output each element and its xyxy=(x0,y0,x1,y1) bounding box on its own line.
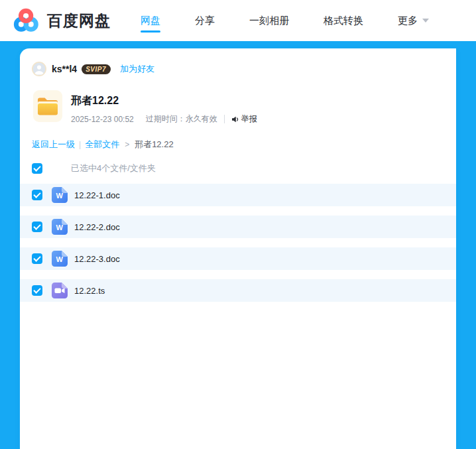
nav-item-more[interactable]: 更多 xyxy=(398,0,429,41)
file-row[interactable]: W 12.22-1.doc xyxy=(20,184,456,206)
file-row[interactable]: 12.22.ts xyxy=(20,279,456,302)
file-name: 12.22-2.doc xyxy=(74,222,120,232)
add-friend-link[interactable]: 加为好友 xyxy=(120,63,154,75)
file-list: W 12.22-1.doc W 12.22-2.doc xyxy=(20,184,456,311)
breadcrumb-back-link[interactable]: 返回上一级 xyxy=(32,139,75,151)
file-checkbox[interactable] xyxy=(32,253,42,264)
avatar xyxy=(32,62,46,76)
share-time: 2025-12-23 00:52 xyxy=(71,115,134,124)
breadcrumb-divider: | xyxy=(79,140,81,149)
file-checkbox[interactable] xyxy=(32,285,42,296)
file-checkbox[interactable] xyxy=(32,222,42,232)
report-label: 举报 xyxy=(241,113,257,125)
nav-item-format-convert[interactable]: 格式转换 xyxy=(324,0,363,41)
selection-summary: 已选中4个文件/文件夹 xyxy=(71,162,156,174)
expire-time: 过期时间：永久有效 xyxy=(146,113,217,125)
nav-item-netdisk[interactable]: 网盘 xyxy=(141,0,160,41)
page-background: ks**l4 SVIP7 加为好友 xyxy=(0,41,476,449)
folder-icon xyxy=(33,90,62,125)
main-nav: 网盘 分享 一刻相册 格式转换 更多 xyxy=(141,0,429,41)
baidu-netdisk-logo[interactable]: 百度网盘 xyxy=(13,8,111,33)
file-name: 12.22.ts xyxy=(74,286,105,296)
nav-item-label: 更多 xyxy=(398,15,418,27)
nav-item-label: 一刻相册 xyxy=(249,15,289,27)
doc-file-icon: W xyxy=(52,187,68,203)
share-card: ks**l4 SVIP7 加为好友 xyxy=(20,48,456,449)
chevron-down-icon xyxy=(422,19,429,23)
file-row[interactable]: W 12.22-2.doc xyxy=(20,216,456,238)
active-tab-underline xyxy=(141,31,160,32)
meta-divider xyxy=(224,115,225,123)
file-name: 12.22-1.doc xyxy=(74,190,120,200)
sharer-name: ks**l4 xyxy=(52,64,77,74)
nav-item-label: 格式转换 xyxy=(324,15,363,27)
doc-file-icon: W xyxy=(52,251,68,267)
file-checkbox[interactable] xyxy=(32,190,42,200)
select-all-checkbox[interactable] xyxy=(32,163,42,174)
breadcrumb: 返回上一级 | 全部文件 > 邢者12.22 xyxy=(32,139,174,151)
nav-item-moment-album[interactable]: 一刻相册 xyxy=(249,0,289,41)
netdisk-logo-icon xyxy=(13,8,41,33)
doc-file-icon: W xyxy=(52,219,68,235)
nav-item-share[interactable]: 分享 xyxy=(195,0,215,41)
video-file-icon xyxy=(52,283,68,298)
report-link[interactable]: 举报 xyxy=(231,113,257,125)
svip-badge: SVIP7 xyxy=(82,64,111,74)
svg-text:W: W xyxy=(56,192,63,200)
logo-text: 百度网盘 xyxy=(47,11,111,31)
file-row[interactable]: W 12.22-3.doc xyxy=(20,247,456,270)
top-navbar: 百度网盘 网盘 分享 一刻相册 格式转换 更多 xyxy=(0,0,476,41)
share-title: 邢者12.22 xyxy=(71,94,257,108)
breadcrumb-root-link[interactable]: 全部文件 xyxy=(85,139,119,151)
nav-item-label: 分享 xyxy=(195,15,215,27)
report-icon xyxy=(231,115,239,123)
nav-item-label: 网盘 xyxy=(141,15,160,27)
file-name: 12.22-3.doc xyxy=(74,254,120,264)
svg-text:W: W xyxy=(56,224,63,231)
sharer-row: ks**l4 SVIP7 加为好友 xyxy=(32,62,154,76)
selection-summary-row: 已选中4个文件/文件夹 xyxy=(20,162,456,174)
breadcrumb-arrow: > xyxy=(125,140,129,149)
svg-text:W: W xyxy=(56,255,63,263)
breadcrumb-current: 邢者12.22 xyxy=(135,139,174,151)
share-summary: 邢者12.22 2025-12-23 00:52 过期时间：永久有效 举报 xyxy=(33,90,257,125)
